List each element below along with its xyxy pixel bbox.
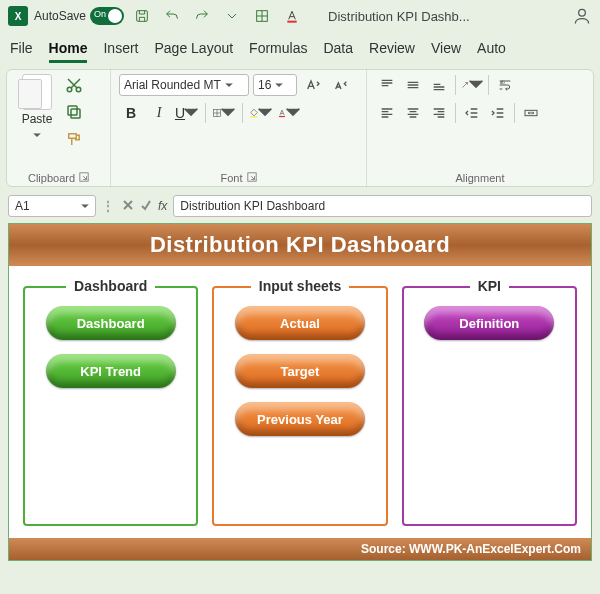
clipboard-icon	[22, 74, 52, 110]
cut-icon[interactable]	[65, 76, 83, 97]
format-painter-icon[interactable]	[65, 130, 83, 151]
clipboard-group-label: Clipboard	[28, 172, 75, 184]
merge-center-icon[interactable]	[519, 102, 543, 124]
nav-definition-button[interactable]: Definition	[424, 306, 554, 340]
bold-button[interactable]: B	[119, 102, 143, 124]
name-box-value: A1	[15, 199, 30, 213]
separator	[242, 103, 243, 123]
tab-home[interactable]: Home	[49, 40, 88, 63]
font-color-button[interactable]	[277, 102, 301, 124]
italic-button[interactable]: I	[147, 102, 171, 124]
underline-button[interactable]: U	[175, 102, 199, 124]
cell-options-icon[interactable]: ⋮	[102, 199, 116, 213]
enter-formula-icon[interactable]	[140, 199, 152, 214]
font-family-combo[interactable]: Arial Rounded MT	[119, 74, 249, 96]
source-footer: Source: WWW.PK-AnExcelExpert.Com	[9, 538, 591, 560]
insert-function-button[interactable]: fx	[158, 199, 167, 213]
align-left-icon[interactable]	[375, 102, 399, 124]
tab-auto[interactable]: Auto	[477, 40, 506, 63]
font-size-combo[interactable]: 16	[253, 74, 297, 96]
svg-text:ab: ab	[500, 80, 506, 85]
font-color-qat-icon[interactable]	[280, 4, 304, 28]
qat-dropdown-icon[interactable]	[220, 4, 244, 28]
separator	[514, 103, 515, 123]
separator	[205, 103, 206, 123]
autosave-toggle[interactable]: On	[90, 7, 124, 25]
dialog-launcher-icon[interactable]	[79, 172, 89, 184]
save-icon[interactable]	[130, 4, 154, 28]
paste-label: Paste	[22, 112, 53, 126]
chevron-down-icon[interactable]	[183, 104, 199, 123]
group-input-sheets: Input sheetsActualTargetPrevious Year	[212, 286, 387, 526]
group-title: KPI	[470, 278, 509, 294]
font-size-value: 16	[258, 78, 271, 92]
decrease-indent-icon[interactable]	[460, 102, 484, 124]
tab-insert[interactable]: Insert	[103, 40, 138, 63]
chevron-down-icon[interactable]	[285, 104, 301, 123]
undo-icon[interactable]	[160, 4, 184, 28]
chevron-down-icon[interactable]	[33, 128, 41, 142]
separator	[488, 75, 489, 95]
paste-button[interactable]: Paste	[15, 74, 59, 151]
svg-rect-6	[71, 109, 80, 118]
group-dashboard: DashboardDashboardKPI Trend	[23, 286, 198, 526]
nav-target-button[interactable]: Target	[235, 354, 365, 388]
separator	[455, 103, 456, 123]
autosave-label: AutoSave	[34, 9, 86, 23]
redo-icon[interactable]	[190, 4, 214, 28]
separator	[455, 75, 456, 95]
font-group-label: Font	[220, 172, 242, 184]
document-title: Distribution KPI Dashb...	[328, 9, 566, 24]
svg-rect-0	[137, 11, 148, 22]
decrease-font-icon[interactable]	[329, 74, 353, 96]
increase-font-icon[interactable]	[301, 74, 325, 96]
excel-app-icon[interactable]: X	[8, 6, 28, 26]
group-kpi: KPIDefinition	[402, 286, 577, 526]
name-box[interactable]: A1	[8, 195, 96, 217]
tab-view[interactable]: View	[431, 40, 461, 63]
chevron-down-icon[interactable]	[275, 78, 283, 92]
cancel-formula-icon[interactable]	[122, 199, 134, 214]
tab-file[interactable]: File	[10, 40, 33, 63]
group-title: Dashboard	[66, 278, 155, 294]
autosave-state: On	[94, 9, 106, 19]
chevron-down-icon[interactable]	[81, 199, 89, 213]
tab-review[interactable]: Review	[369, 40, 415, 63]
group-title: Input sheets	[251, 278, 349, 294]
borders-qat-icon[interactable]	[250, 4, 274, 28]
nav-kpi-trend-button[interactable]: KPI Trend	[46, 354, 176, 388]
align-top-icon[interactable]	[375, 74, 399, 96]
svg-point-3	[579, 9, 586, 16]
font-family-value: Arial Rounded MT	[124, 78, 221, 92]
account-icon[interactable]	[572, 6, 592, 26]
alignment-group-label: Alignment	[456, 172, 505, 184]
align-center-icon[interactable]	[401, 102, 425, 124]
chevron-down-icon[interactable]	[225, 78, 233, 92]
align-right-icon[interactable]	[427, 102, 451, 124]
nav-actual-button[interactable]: Actual	[235, 306, 365, 340]
fill-color-button[interactable]	[249, 102, 273, 124]
svg-rect-7	[68, 106, 77, 115]
svg-rect-2	[287, 21, 296, 23]
formula-bar-input[interactable]: Distribution KPI Dashboard	[173, 195, 592, 217]
tab-formulas[interactable]: Formulas	[249, 40, 307, 63]
align-middle-icon[interactable]	[401, 74, 425, 96]
chevron-down-icon[interactable]	[257, 104, 273, 123]
nav-previous-year-button[interactable]: Previous Year	[235, 402, 365, 436]
align-bottom-icon[interactable]	[427, 74, 451, 96]
wrap-text-icon[interactable]: ab	[493, 74, 517, 96]
formula-bar-value: Distribution KPI Dashboard	[180, 199, 325, 213]
tab-page-layout[interactable]: Page Layout	[154, 40, 233, 63]
borders-button[interactable]	[212, 102, 236, 124]
chevron-down-icon[interactable]	[468, 76, 484, 95]
increase-indent-icon[interactable]	[486, 102, 510, 124]
chevron-down-icon[interactable]	[220, 104, 236, 123]
tab-data[interactable]: Data	[323, 40, 353, 63]
orientation-icon[interactable]	[460, 74, 484, 96]
dashboard-banner: Distribution KPI Dashboard	[9, 224, 591, 266]
copy-icon[interactable]	[65, 103, 83, 124]
nav-dashboard-button[interactable]: Dashboard	[46, 306, 176, 340]
dialog-launcher-icon[interactable]	[247, 172, 257, 184]
